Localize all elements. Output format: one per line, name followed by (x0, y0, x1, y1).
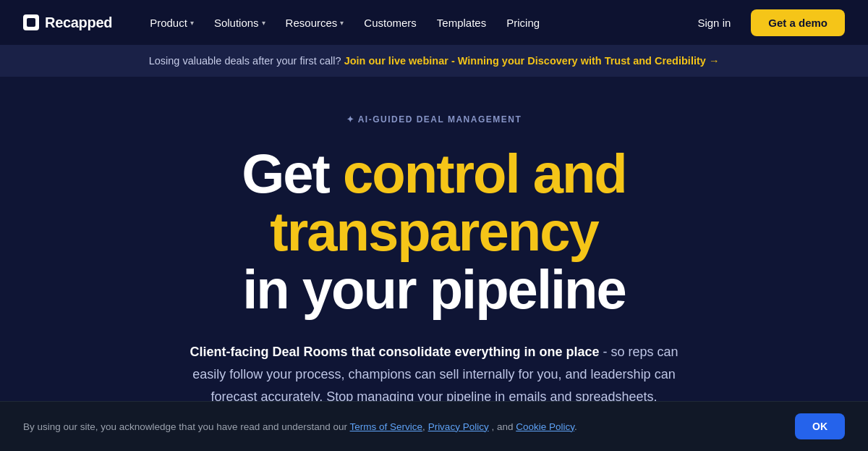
nav-product[interactable]: Product ▾ (141, 11, 203, 35)
logo[interactable]: Recapped (23, 14, 112, 31)
nav-templates[interactable]: Templates (428, 11, 495, 35)
hero-title: Get control and transparency in your pip… (109, 145, 760, 318)
terms-of-service-link[interactable]: Terms of Service (350, 421, 423, 432)
navbar: Recapped Product ▾ Solutions ▾ Resources… (0, 0, 868, 45)
chevron-down-icon: ▾ (190, 19, 194, 27)
hero-subtitle: Client-facing Deal Rooms that consolidat… (174, 341, 694, 408)
arrow-icon: → (709, 55, 720, 67)
nav-left: Recapped Product ▾ Solutions ▾ Resources… (23, 11, 548, 35)
cookie-banner: By using our site, you acknowledge that … (0, 401, 868, 451)
hero-badge: ✦ AI-GUIDED DEAL MANAGEMENT (346, 114, 522, 125)
banner-link[interactable]: Join our live webinar - Winning your Dis… (344, 55, 720, 67)
nav-pricing[interactable]: Pricing (498, 11, 548, 35)
nav-links: Product ▾ Solutions ▾ Resources ▾ Custom… (141, 11, 548, 35)
hero-section: ✦ AI-GUIDED DEAL MANAGEMENT Get control … (0, 77, 868, 451)
privacy-policy-link[interactable]: Privacy Policy (428, 421, 489, 432)
logo-text: Recapped (45, 14, 112, 31)
nav-solutions[interactable]: Solutions ▾ (205, 11, 274, 35)
get-demo-button[interactable]: Get a demo (751, 9, 845, 36)
cookie-ok-button[interactable]: OK (795, 413, 845, 439)
nav-customers[interactable]: Customers (355, 11, 425, 35)
chevron-down-icon: ▾ (340, 19, 344, 27)
sign-in-link[interactable]: Sign in (689, 11, 739, 35)
nav-right: Sign in Get a demo (689, 9, 845, 36)
cookie-policy-link[interactable]: Cookie Policy (516, 421, 574, 432)
announcement-banner: Losing valuable deals after your first c… (0, 45, 868, 77)
banner-prefix: Losing valuable deals after your first c… (149, 55, 341, 67)
logo-icon (23, 14, 39, 30)
cookie-text: By using our site, you acknowledge that … (23, 421, 778, 432)
nav-resources[interactable]: Resources ▾ (277, 11, 353, 35)
chevron-down-icon: ▾ (262, 19, 265, 27)
